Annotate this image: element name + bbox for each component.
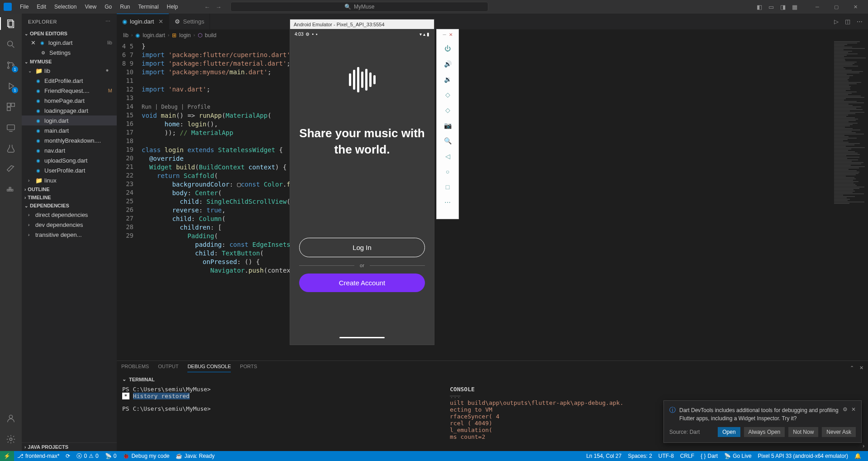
activity-source-control-icon[interactable]: 1	[5, 59, 17, 72]
code-editor[interactable]: 4 5 6 7 8 9 10 11 12 13 14 15 16 17 18 1…	[117, 41, 868, 360]
volume-down-icon[interactable]: 🔉	[441, 72, 454, 86]
activity-testing-icon[interactable]	[5, 142, 17, 155]
nav-back-icon[interactable]: ←	[204, 4, 210, 10]
android-emulator-window[interactable]: Android Emulator - Pixel_5_API_33:5554 4…	[290, 19, 434, 345]
activity-docker-icon[interactable]	[5, 184, 17, 197]
create-account-button[interactable]: Create Account	[299, 274, 425, 292]
breadcrumb-item[interactable]: build	[205, 32, 216, 38]
menu-selection[interactable]: Selection	[51, 2, 80, 12]
open-editor-login[interactable]: ✕◉login.dartlib	[22, 38, 117, 48]
breadcrumb[interactable]: lib› ◉login.dart› ⊞login› ⬡build	[117, 29, 868, 41]
toast-open-button[interactable]: Open	[718, 427, 740, 437]
run-icon[interactable]: ▷	[834, 18, 839, 25]
project-header[interactable]: ⌄MYMUSE	[22, 58, 117, 66]
panel-tab-ports[interactable]: PORTS	[240, 364, 257, 372]
file-item-uploadsong-dart[interactable]: ◉uploadSong.dart	[22, 155, 117, 165]
panel-maximize-icon[interactable]: ⌃	[850, 365, 854, 371]
close-icon[interactable]: ✕	[851, 406, 856, 413]
outline-header[interactable]: ›OUTLINE	[22, 185, 117, 193]
sb-eol[interactable]: CRLF	[677, 453, 697, 459]
file-item-main-dart[interactable]: ◉main.dart	[22, 125, 117, 135]
menu-view[interactable]: View	[81, 2, 100, 12]
file-item-loadingpage-dart[interactable]: ◉loadingpage.dart	[22, 106, 117, 115]
dep-direct[interactable]: ›direct dependencies	[22, 210, 117, 220]
file-item-homepage-dart[interactable]: ◉homePage.dart	[22, 96, 117, 106]
phone-nav-bar[interactable]	[290, 334, 434, 341]
more-icon[interactable]: ⋯	[441, 196, 454, 209]
emulator-minimize-icon[interactable]: ─	[443, 32, 446, 37]
rotate-right-icon[interactable]: ◇	[441, 103, 454, 117]
phone-screen[interactable]: 4:03⚙•▪ ▾▴▮ Share your music with the wo…	[290, 29, 434, 345]
sb-java[interactable]: ☕Java: Ready	[172, 451, 218, 461]
login-button[interactable]: Log In	[299, 238, 425, 257]
file-item-userprofile-dart[interactable]: ◉UserProfile.dart	[22, 165, 117, 175]
terminal-header[interactable]: ⌄TERMINAL	[117, 375, 868, 384]
sidebar-more-icon[interactable]: ⋯	[105, 19, 111, 24]
remote-indicator[interactable]: ⚡	[0, 451, 14, 461]
window-maximize-icon[interactable]: ▢	[827, 0, 845, 14]
minimap[interactable]	[832, 41, 868, 360]
sb-sync[interactable]: ⟳	[62, 451, 73, 461]
file-item-editprofile-dart[interactable]: ◉EditProfile.dart	[22, 76, 117, 86]
sb-ports[interactable]: 📡0	[102, 451, 120, 461]
activity-extensions-icon[interactable]	[5, 101, 17, 113]
overview-icon[interactable]: □	[441, 180, 454, 194]
window-close-icon[interactable]: ✕	[846, 0, 864, 14]
power-icon[interactable]: ⏻	[441, 42, 454, 55]
home-icon[interactable]: ○	[441, 165, 454, 178]
panel-tab-output[interactable]: OUTPUT	[158, 364, 178, 372]
activity-debug-icon[interactable]: 1	[5, 80, 17, 92]
menu-go[interactable]: Go	[101, 2, 115, 12]
sb-notifications-icon[interactable]: 🔔	[851, 453, 864, 459]
zoom-icon[interactable]: 🔍	[441, 134, 454, 148]
file-item-monthlybreakdown-[interactable]: ◉monthlyBreakdown....	[22, 135, 117, 145]
terminal-input-chevron-icon[interactable]: ›	[862, 442, 865, 449]
activity-explorer-icon[interactable]	[5, 17, 17, 30]
toast-always-open-button[interactable]: Always Open	[744, 427, 785, 437]
layout-toggle-primary-icon[interactable]: ◧	[757, 4, 762, 10]
activity-search-icon[interactable]	[5, 38, 17, 51]
layout-toggle-secondary-icon[interactable]: ◨	[780, 4, 786, 10]
more-actions-icon[interactable]: ⋯	[857, 18, 863, 25]
menu-file[interactable]: File	[16, 2, 32, 12]
close-icon[interactable]: ✕	[31, 39, 36, 46]
toast-not-now-button[interactable]: Not Now	[788, 427, 818, 437]
open-editor-settings[interactable]: ⚙Settings	[22, 48, 117, 58]
java-projects-header[interactable]: ›JAVA PROJECTS	[22, 442, 117, 451]
menu-run[interactable]: Run	[116, 2, 134, 12]
menu-terminal[interactable]: Terminal	[134, 2, 162, 12]
open-editors-header[interactable]: ⌄OPEN EDITORS	[22, 29, 117, 38]
split-editor-icon[interactable]: ◫	[845, 18, 850, 25]
sb-device[interactable]: Pixel 5 API 33 (android-x64 emulator)	[755, 453, 851, 459]
sb-branch[interactable]: ⎇frontend-max*	[14, 451, 62, 461]
volume-up-icon[interactable]: 🔊	[441, 57, 454, 71]
sb-encoding[interactable]: UTF-8	[655, 453, 677, 459]
dependencies-header[interactable]: ⌄DEPENDENCIES	[22, 202, 117, 210]
sb-problems[interactable]: ⓧ0 ⚠0	[73, 451, 101, 461]
sb-golive[interactable]: 📡Go Live	[721, 453, 754, 459]
file-item-nav-dart[interactable]: ◉nav.dart	[22, 145, 117, 155]
gear-icon[interactable]: ⚙	[843, 406, 848, 413]
layout-toggle-panel-icon[interactable]: ▭	[768, 4, 774, 10]
folder-linux[interactable]: ›📁linux	[22, 175, 117, 185]
menu-edit[interactable]: Edit	[33, 2, 50, 12]
nav-forward-icon[interactable]: →	[215, 4, 221, 10]
file-item-friendrequest-[interactable]: ◉FriendRequest....M	[22, 86, 117, 96]
activity-flutter-icon[interactable]	[5, 163, 17, 176]
sb-debug[interactable]: 🐞Debug my code	[119, 451, 172, 461]
window-minimize-icon[interactable]: ─	[808, 0, 826, 14]
breadcrumb-item[interactable]: login.dart	[143, 32, 165, 38]
emulator-close-icon[interactable]: ✕	[449, 32, 453, 37]
sb-language[interactable]: { }Dart	[697, 453, 721, 459]
activity-account-icon[interactable]	[5, 412, 17, 425]
file-item-login-dart[interactable]: ◉login.dart	[22, 115, 117, 125]
folder-lib[interactable]: ⌄📁lib•	[22, 66, 117, 76]
layout-customize-icon[interactable]: ▦	[792, 4, 797, 10]
sb-cursor-pos[interactable]: Ln 154, Col 27	[583, 453, 625, 459]
back-icon[interactable]: ◁	[441, 149, 454, 163]
timeline-header[interactable]: ›TIMELINE	[22, 193, 117, 202]
camera-icon[interactable]: 📷	[441, 119, 454, 132]
command-center-search[interactable]: 🔍 MyMuse	[230, 2, 488, 12]
dep-transitive[interactable]: ›transitive depen...	[22, 230, 117, 240]
toast-never-ask-button[interactable]: Never Ask	[822, 427, 856, 437]
